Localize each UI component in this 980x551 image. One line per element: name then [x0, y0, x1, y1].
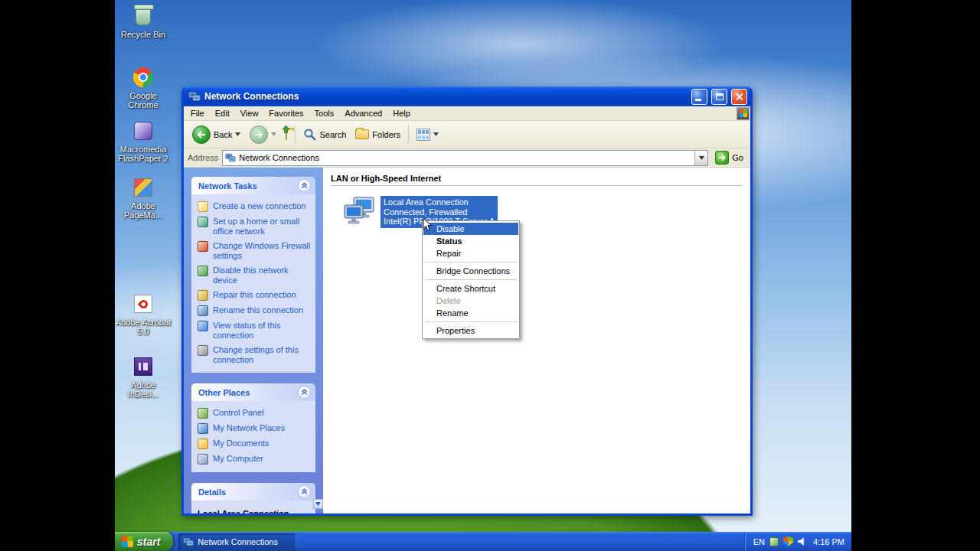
forward-button[interactable] [246, 123, 280, 146]
taskbar-button-network-connections[interactable]: Network Connections [178, 533, 295, 550]
context-menu-separator [425, 262, 517, 262]
network-connections-icon [183, 536, 194, 547]
address-combobox[interactable]: Network Connections [222, 150, 708, 166]
windows-logo-icon [737, 107, 750, 120]
desktop-icon-label: Adobe PageMa... [115, 201, 172, 220]
task-view-status[interactable]: View status of this connection [196, 318, 313, 343]
menu-favorites[interactable]: Favorites [263, 107, 309, 119]
toolbar-separator [408, 126, 409, 144]
acrobat-icon [132, 292, 155, 315]
mouse-cursor [423, 217, 433, 232]
search-label: Search [319, 130, 346, 139]
task-label: Change Windows Firewall settings [213, 241, 312, 261]
folders-label: Folders [372, 130, 400, 139]
task-setup-home-network[interactable]: Set up a home or small office network [196, 214, 313, 239]
menu-file[interactable]: File [185, 107, 210, 119]
toolbar: Back Search [184, 121, 750, 148]
screen: Recycle Bin Google Chrome Macromedia Fla… [0, 0, 980, 551]
control-panel-icon [198, 408, 208, 419]
close-button[interactable] [731, 89, 747, 105]
task-disable-device[interactable]: Disable this network device [196, 263, 313, 288]
task-label: Create a new connection [213, 201, 306, 211]
details-section: Details Local Area Connection [191, 483, 315, 514]
task-rename-connection[interactable]: Rename this connection [196, 303, 313, 318]
firewall-icon [198, 241, 208, 252]
context-menu-item-properties[interactable]: Properties [423, 324, 518, 337]
minimize-button[interactable] [691, 89, 707, 105]
menu-help[interactable]: Help [387, 107, 416, 119]
context-menu-item-repair[interactable]: Repair [423, 247, 518, 259]
window-titlebar[interactable]: Network Connections [184, 86, 750, 106]
views-button[interactable] [413, 126, 443, 143]
task-repair-connection[interactable]: Repair this connection [196, 288, 313, 303]
menu-view[interactable]: View [235, 107, 264, 119]
task-change-settings[interactable]: Change settings of this connection [196, 343, 313, 367]
details-header[interactable]: Details [191, 483, 315, 500]
close-icon [735, 93, 743, 101]
context-menu-item-bridge-connections[interactable]: Bridge Connections [423, 265, 518, 277]
link-my-computer[interactable]: My Computer [196, 452, 313, 467]
collapse-button[interactable] [298, 179, 311, 192]
menu-advanced[interactable]: Advanced [339, 107, 387, 119]
other-places-header[interactable]: Other Places [191, 383, 315, 401]
volume-icon[interactable] [798, 537, 807, 546]
link-label: Control Panel [213, 408, 264, 418]
context-menu: Disable Status Repair Bridge Connections… [422, 220, 520, 339]
security-shield-icon[interactable] [783, 536, 793, 546]
desktop-icon-indesign[interactable]: Adobe InDesi... [115, 355, 172, 399]
up-button[interactable] [282, 128, 291, 142]
collapse-button[interactable] [298, 386, 311, 399]
back-dropdown-icon[interactable] [235, 132, 240, 136]
link-control-panel[interactable]: Control Panel [196, 406, 313, 421]
language-indicator[interactable]: EN [753, 537, 765, 546]
desktop-icon-label: Recycle Bin [121, 30, 165, 39]
desktop-icon-acrobat[interactable]: Adobe Acrobat 5.0 [115, 292, 172, 336]
network-places-icon [198, 423, 208, 434]
other-places-body: Control Panel My Network Places My Docum… [191, 401, 315, 472]
back-button[interactable]: Back [188, 123, 244, 146]
task-create-new-connection[interactable]: Create a new connection [196, 199, 313, 214]
task-label: Disable this network device [213, 266, 312, 285]
network-connections-icon [188, 90, 201, 103]
menu-tools[interactable]: Tools [309, 107, 340, 119]
collapse-button[interactable] [298, 485, 311, 498]
menu-edit[interactable]: Edit [210, 107, 235, 119]
menu-bar: File Edit View Favorites Tools Advanced … [184, 106, 750, 121]
folders-button[interactable]: Folders [351, 127, 404, 142]
forward-dropdown-icon[interactable] [271, 132, 276, 136]
desktop-icon-recycle-bin[interactable]: Recycle Bin [115, 5, 172, 39]
desktop-icon-flashpaper[interactable]: Macromedia FlashPaper 2 [115, 119, 172, 163]
up-folder-icon [286, 130, 287, 139]
go-label: Go [732, 153, 743, 162]
hardware-tray-icon[interactable] [769, 537, 779, 546]
address-value[interactable]: Network Connections [239, 153, 319, 162]
context-menu-item-create-shortcut[interactable]: Create Shortcut [423, 282, 518, 295]
network-tasks-header[interactable]: Network Tasks [191, 177, 315, 194]
back-icon [192, 126, 211, 144]
maximize-button[interactable] [711, 89, 727, 105]
task-change-firewall-settings[interactable]: Change Windows Firewall settings [196, 239, 313, 263]
back-label: Back [214, 130, 232, 139]
context-menu-item-disable[interactable]: Disable [423, 223, 518, 235]
local-area-connection-item[interactable]: Local Area Connection Connected, Firewal… [343, 196, 743, 228]
pane-scroll-down-button[interactable] [313, 499, 323, 509]
context-menu-item-rename[interactable]: Rename [423, 307, 518, 319]
link-my-documents[interactable]: My Documents [196, 436, 313, 452]
search-button[interactable]: Search [299, 126, 350, 143]
desktop-icon-pagemaker[interactable]: Adobe PageMa... [115, 176, 172, 220]
chevron-up-icon [301, 182, 308, 189]
link-my-network-places[interactable]: My Network Places [196, 421, 313, 436]
start-button[interactable]: start [115, 532, 173, 551]
go-button[interactable]: Go [712, 151, 746, 165]
address-dropdown-button[interactable] [694, 151, 707, 165]
task-label: View status of this connection [213, 321, 312, 341]
chevron-up-icon [301, 389, 308, 396]
desktop-icon-google-chrome[interactable]: Google Chrome [115, 66, 172, 109]
link-label: My Computer [213, 454, 263, 464]
views-dropdown-icon[interactable] [433, 132, 439, 136]
desktop-icon-label: Macromedia FlashPaper 2 [115, 145, 172, 163]
address-location-icon [225, 152, 236, 163]
context-menu-item-status[interactable]: Status [423, 235, 518, 247]
flashpaper-icon [132, 119, 155, 142]
maximize-icon [716, 93, 724, 100]
